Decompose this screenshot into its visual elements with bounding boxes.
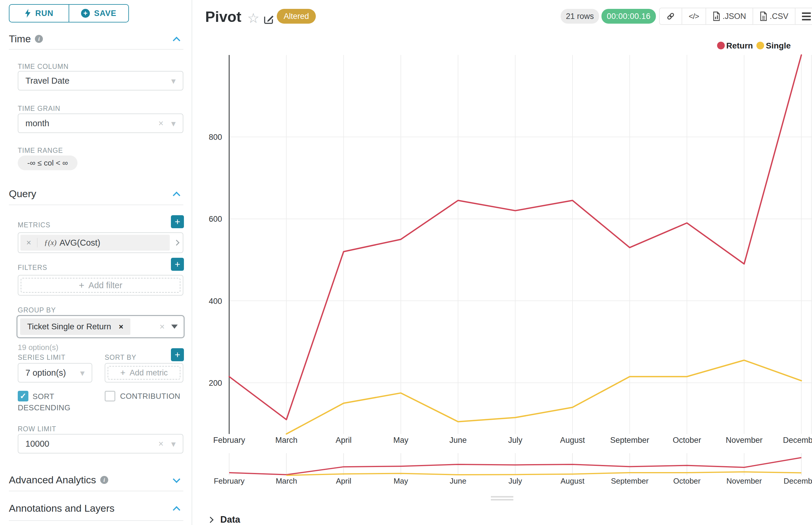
y-axis-tick-label: 400 <box>209 297 222 306</box>
panel-resize-handle[interactable] <box>491 496 513 500</box>
x-axis-tick-label: October <box>673 436 701 445</box>
legend-label-single[interactable]: Single <box>766 41 791 50</box>
x-axis-tick-label: May <box>393 436 409 445</box>
x-axis-tick-label: April <box>336 436 352 445</box>
legend-swatch-single[interactable] <box>756 42 764 49</box>
mini-chart-brush[interactable] <box>228 453 812 483</box>
x-axis-tick-label: December <box>783 436 812 445</box>
x-axis-tick-label: July <box>508 436 522 445</box>
x-axis-tick-label: August <box>560 436 585 445</box>
data-panel-header[interactable]: Data <box>208 514 240 525</box>
expand-data-chevron-right-icon <box>207 516 213 523</box>
line-chart-canvas: 200400600800FebruaryMarchAprilMayJuneJul… <box>0 0 812 525</box>
y-axis-tick-label: 600 <box>209 215 222 224</box>
x-axis-tick-label: November <box>726 436 763 445</box>
legend-swatch-return[interactable] <box>717 42 725 49</box>
x-axis-tick-label: March <box>275 436 297 445</box>
x-axis-tick-label: September <box>610 436 649 445</box>
x-axis-tick-label: February <box>213 436 246 445</box>
y-axis-tick-label: 200 <box>209 379 222 388</box>
y-axis-tick-label: 800 <box>209 133 222 141</box>
data-panel-title: Data <box>220 514 240 525</box>
superset-explore-view: RUN + SAVE Time i TIME COLUMN Travel Dat… <box>0 0 812 525</box>
series-line-single <box>286 360 802 434</box>
x-axis-tick-label: June <box>449 436 467 445</box>
legend-label-return[interactable]: Return <box>726 41 753 50</box>
